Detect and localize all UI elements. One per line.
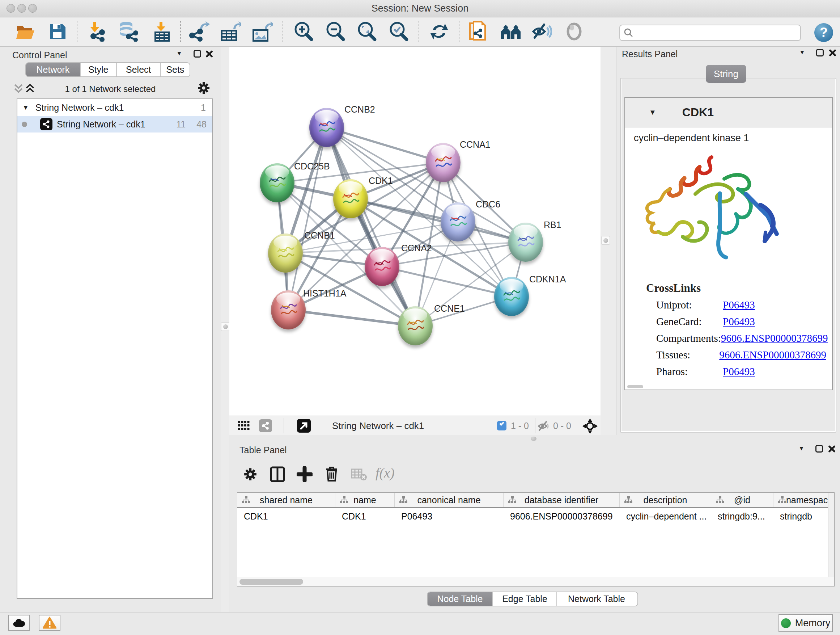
panel-float-icon[interactable]	[815, 445, 823, 453]
protein-section-header[interactable]: ▼ CDK1	[625, 98, 832, 127]
section-expander-icon[interactable]: ▼	[649, 108, 656, 117]
right-splitter[interactable]	[600, 47, 616, 435]
network-node-cdc6[interactable]	[441, 203, 475, 241]
delete-column-trash-icon[interactable]	[324, 466, 339, 484]
panel-menu-icon[interactable]: ▼	[798, 445, 805, 452]
network-node-hist1h1a[interactable]	[271, 290, 306, 329]
help-icon[interactable]: ?	[814, 23, 833, 42]
panel-close-icon[interactable]	[829, 49, 836, 57]
network-node-ccnb1[interactable]	[268, 233, 303, 272]
tab-network-table[interactable]: Network Table	[557, 592, 636, 606]
right-splitter-handle[interactable]	[601, 236, 610, 245]
network-node-rb1[interactable]	[508, 223, 543, 262]
save-session-icon[interactable]	[47, 21, 68, 42]
network-collection-row[interactable]: ▼ String Network – cdk1 1	[17, 99, 212, 116]
table-vertical-scrollbar[interactable]	[828, 493, 834, 586]
network-node-cdkn1a[interactable]	[494, 277, 529, 316]
table-cell[interactable]: CDK1	[237, 511, 335, 522]
search-box[interactable]	[619, 25, 801, 41]
add-column-icon[interactable]	[297, 466, 313, 484]
fit-selected-crosshair-icon[interactable]	[583, 418, 598, 435]
network-row[interactable]: String Network – cdk1 11 48	[17, 116, 212, 133]
export-network-icon[interactable]	[189, 21, 210, 42]
column-header-database-identifier[interactable]: database identifier	[504, 493, 620, 507]
search-input[interactable]	[634, 28, 793, 38]
collapse-all-networks-icon[interactable]	[14, 83, 23, 96]
network-node-cdc25b[interactable]	[260, 163, 294, 203]
tab-string[interactable]: String	[706, 65, 746, 83]
node-table[interactable]: shared namenamecanonical namedatabase id…	[237, 492, 835, 586]
table-horizontal-scrollbar[interactable]	[237, 577, 834, 586]
panel-menu-icon[interactable]: ▼	[799, 49, 805, 56]
table-cell[interactable]: cyclin–dependent ...	[620, 511, 711, 522]
tab-sets[interactable]: Sets	[161, 63, 189, 76]
tab-edge-table[interactable]: Edge Table	[493, 592, 557, 606]
table-settings-gear-icon[interactable]	[243, 467, 257, 483]
column-header-shared-name[interactable]: shared name	[237, 493, 335, 507]
tab-style[interactable]: Style	[81, 63, 117, 76]
network-node-cdk1[interactable]	[333, 179, 368, 218]
zoom-out-icon[interactable]	[325, 21, 346, 42]
horizontal-splitter-handle[interactable]	[531, 437, 537, 441]
import-table-file-icon[interactable]	[151, 21, 172, 42]
zoom-fit-icon[interactable]	[356, 21, 377, 42]
network-canvas[interactable]: CCNB2CCNA1CDC25BCDK1CDC6RB1CCNB1CCNA2CDK…	[229, 47, 600, 416]
left-splitter[interactable]	[221, 47, 229, 612]
crosslink-value[interactable]: P06493	[723, 366, 755, 382]
tab-network[interactable]: Network	[26, 63, 81, 76]
column-header-name[interactable]: name	[335, 493, 395, 507]
expand-all-networks-icon[interactable]	[25, 83, 35, 96]
string-home-icon[interactable]	[500, 21, 521, 42]
zoom-in-icon[interactable]	[293, 21, 314, 42]
column-header-description[interactable]: description	[620, 493, 711, 507]
hide-glass-icon[interactable]	[531, 21, 553, 42]
open-in-new-window-icon[interactable]	[297, 419, 311, 432]
panel-close-icon[interactable]	[205, 50, 213, 58]
table-cell[interactable]: P06493	[395, 511, 504, 522]
grid-view-icon[interactable]	[238, 421, 249, 432]
scrollbar-thumb[interactable]	[240, 579, 303, 585]
table-cell[interactable]: stringdb	[774, 511, 835, 522]
results-scrollbar-thumb[interactable]	[627, 385, 643, 388]
share-document-icon[interactable]	[468, 21, 489, 42]
zoom-selected-icon[interactable]	[388, 21, 409, 42]
network-node-ccna1[interactable]	[426, 143, 461, 182]
export-image-icon[interactable]	[252, 21, 273, 42]
warning-status-button[interactable]	[39, 615, 60, 631]
panel-menu-icon[interactable]: ▼	[176, 50, 182, 57]
network-node-ccne1[interactable]	[398, 306, 433, 345]
crosslink-value[interactable]: 9606.ENSP00000378699	[721, 333, 828, 349]
memory-button[interactable]: Memory	[778, 614, 833, 632]
table-cell[interactable]: stringdb:9...	[711, 511, 774, 522]
crosslink-value[interactable]: 9606.ENSP00000378699	[719, 349, 826, 366]
panel-float-icon[interactable]	[816, 49, 824, 57]
export-table-icon[interactable]	[220, 21, 241, 42]
table-row[interactable]: CDK1CDK1P064939606.ENSP00000378699cyclin…	[237, 508, 834, 524]
cloud-status-button[interactable]	[8, 615, 30, 631]
horizontal-splitter[interactable]	[229, 435, 840, 442]
left-splitter-handle[interactable]	[221, 322, 230, 331]
show-columns-icon[interactable]	[270, 466, 285, 484]
selected-checkbox-icon[interactable]	[497, 421, 507, 431]
table-cell[interactable]: 9606.ENSP00000378699	[504, 511, 620, 522]
tab-node-table[interactable]: Node Table	[428, 592, 493, 606]
network-node-ccnb2[interactable]	[309, 108, 344, 147]
column-header--id[interactable]: @id	[711, 493, 774, 507]
network-overview-icon[interactable]	[259, 419, 272, 432]
panel-close-icon[interactable]	[828, 445, 836, 453]
refresh-icon[interactable]	[429, 21, 450, 42]
table-cell[interactable]: CDK1	[335, 511, 395, 522]
delete-table-icon[interactable]	[351, 469, 367, 482]
collection-expander-icon[interactable]: ▼	[22, 104, 29, 111]
hidden-eye-icon[interactable]	[538, 421, 550, 433]
network-node-ccna2[interactable]	[365, 247, 399, 286]
open-session-icon[interactable]	[15, 21, 36, 42]
crosslink-value[interactable]: P06493	[723, 299, 755, 316]
crosslink-value[interactable]: P06493	[723, 316, 755, 333]
function-builder-icon[interactable]: f(x)	[376, 465, 395, 481]
import-network-file-icon[interactable]	[88, 21, 109, 42]
network-options-gear-icon[interactable]	[197, 81, 210, 96]
show-disabled-icon[interactable]	[564, 21, 584, 42]
panel-float-icon[interactable]	[194, 50, 201, 57]
column-header-canonical-name[interactable]: canonical name	[395, 493, 504, 507]
